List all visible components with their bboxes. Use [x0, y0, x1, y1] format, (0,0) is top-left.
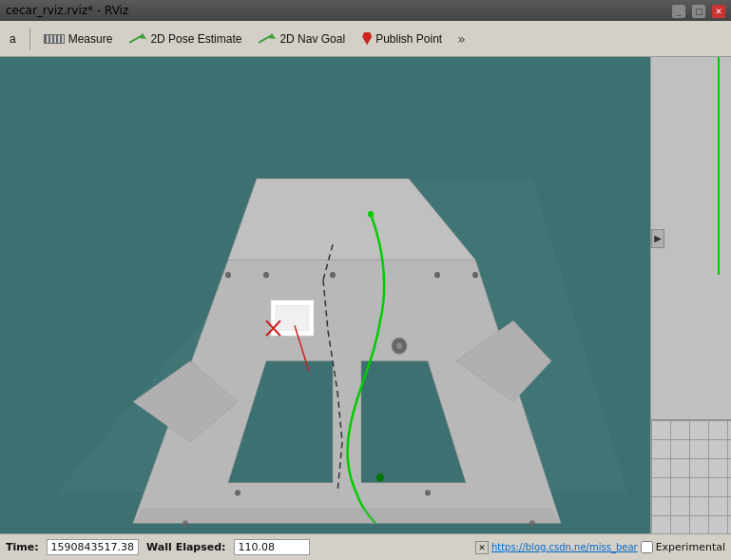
time-value: 1590843517.38 [47, 539, 139, 555]
elapsed-value: 110.08 [234, 539, 310, 555]
titlebar-title: cecar_rviz.rviz* - RViz [6, 4, 128, 17]
experimental-checkbox[interactable] [641, 541, 653, 553]
pose-estimate-icon [129, 33, 146, 45]
nav-goal-icon [259, 33, 276, 45]
letter-a-icon: a [10, 32, 16, 46]
experimental-label: Experimental [656, 541, 725, 553]
more-button[interactable]: » [453, 29, 470, 48]
svg-point-28 [434, 272, 440, 278]
experimental-section: ✕ https://blog.csdn.ne/miss_bear Experim… [475, 541, 725, 554]
grid-view [651, 420, 731, 533]
maximize-button[interactable]: □ [692, 5, 705, 18]
main-window: cecar_rviz.rviz* - RViz _ □ ✕ a Measure … [0, 0, 731, 560]
panel-arrow-button[interactable]: ▶ [651, 229, 664, 248]
right-panel: ▶ [650, 57, 731, 533]
3d-viewport[interactable] [0, 57, 650, 533]
toolbar: a Measure 2D Pose Estimate 2D Nav Goal P… [0, 21, 731, 57]
toolbar-item-measure[interactable]: Measure [38, 29, 119, 48]
measure-label: Measure [68, 32, 113, 46]
toolbar-item-pose-estimate[interactable]: 2D Pose Estimate [124, 29, 247, 48]
right-panel-top: ▶ [651, 57, 731, 419]
overlay-close-button[interactable]: ✕ [475, 541, 489, 554]
main-content: ▶ [0, 57, 731, 533]
minimize-button[interactable]: _ [672, 5, 685, 18]
svg-point-27 [330, 272, 336, 278]
svg-marker-35 [133, 508, 561, 523]
right-panel-bottom [651, 419, 731, 533]
titlebar: cecar_rviz.rviz* - RViz _ □ ✕ [0, 0, 731, 21]
svg-point-29 [472, 272, 478, 278]
measure-icon [44, 34, 65, 44]
toolbar-item-a[interactable]: a [4, 29, 22, 48]
svg-point-33 [425, 490, 431, 495]
green-line-indicator [718, 57, 720, 275]
svg-point-25 [225, 272, 231, 278]
pose-estimate-label: 2D Pose Estimate [150, 32, 241, 46]
svg-point-32 [376, 473, 384, 482]
toolbar-item-nav-goal[interactable]: 2D Nav Goal [253, 29, 351, 48]
svg-point-31 [235, 490, 240, 495]
svg-rect-13 [276, 305, 309, 331]
nav-goal-label: 2D Nav Goal [279, 32, 345, 46]
svg-point-26 [263, 272, 269, 278]
svg-point-24 [396, 343, 402, 349]
statusbar: Time: 1590843517.38 Wall Elapsed: 110.08… [0, 533, 731, 560]
toolbar-separator-1 [29, 28, 30, 50]
status-link[interactable]: https://blog.csdn.ne/miss_bear [491, 542, 638, 552]
window-controls: _ □ ✕ [669, 4, 725, 18]
close-button[interactable]: ✕ [712, 5, 725, 18]
pin-icon [362, 32, 372, 46]
svg-point-22 [368, 211, 374, 217]
elapsed-label: Wall Elapsed: [146, 541, 225, 553]
toolbar-item-publish-point[interactable]: Publish Point [356, 29, 448, 48]
map-visualization [0, 57, 650, 533]
time-label: Time: [6, 541, 39, 553]
publish-point-label: Publish Point [375, 32, 442, 46]
